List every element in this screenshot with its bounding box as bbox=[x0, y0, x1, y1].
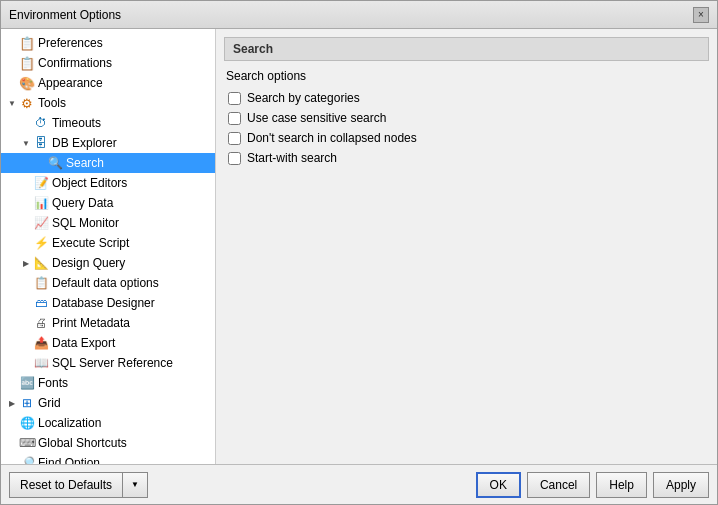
expander-preferences bbox=[5, 36, 19, 50]
window-title: Environment Options bbox=[9, 8, 121, 22]
expander-default-data bbox=[19, 276, 33, 290]
tools-icon: ⚙ bbox=[19, 95, 35, 111]
tree-item-db-explorer[interactable]: ▼ 🗄 DB Explorer bbox=[1, 133, 215, 153]
sql-server-ref-icon: 📖 bbox=[33, 355, 49, 371]
checkbox-case-sensitive[interactable] bbox=[228, 112, 241, 125]
tree-item-design-query[interactable]: ▶ 📐 Design Query bbox=[1, 253, 215, 273]
tree-item-execute-script[interactable]: ⚡ Execute Script bbox=[1, 233, 215, 253]
reset-to-defaults-button[interactable]: Reset to Defaults bbox=[9, 472, 122, 498]
tree-item-appearance[interactable]: 🎨 Appearance bbox=[1, 73, 215, 93]
tree-item-default-data[interactable]: 📋 Default data options bbox=[1, 273, 215, 293]
panel-header: Search bbox=[224, 37, 709, 61]
label-search: Search bbox=[66, 156, 104, 170]
expander-print-meta bbox=[19, 316, 33, 330]
print-meta-icon: 🖨 bbox=[33, 315, 49, 331]
execute-script-icon: ⚡ bbox=[33, 235, 49, 251]
label-search-by-categories[interactable]: Search by categories bbox=[247, 91, 360, 105]
tree-item-search[interactable]: 🔍 Search bbox=[1, 153, 215, 173]
tree-item-data-export[interactable]: 📤 Data Export bbox=[1, 333, 215, 353]
label-execute-script: Execute Script bbox=[52, 236, 129, 250]
label-sql-server-ref: SQL Server Reference bbox=[52, 356, 173, 370]
reset-dropdown-arrow[interactable]: ▼ bbox=[122, 472, 148, 498]
db-explorer-icon: 🗄 bbox=[33, 135, 49, 151]
label-print-meta: Print Metadata bbox=[52, 316, 130, 330]
tree-item-global-shortcuts[interactable]: ⌨ Global Shortcuts bbox=[1, 433, 215, 453]
tree-panel: 📋 Preferences 📋 Confirmations 🎨 Appearan… bbox=[1, 29, 216, 464]
data-export-icon: 📤 bbox=[33, 335, 49, 351]
label-default-data: Default data options bbox=[52, 276, 159, 290]
appearance-icon: 🎨 bbox=[19, 75, 35, 91]
expander-appearance bbox=[5, 76, 19, 90]
checkbox-search-by-categories[interactable] bbox=[228, 92, 241, 105]
dropdown-arrow-icon: ▼ bbox=[131, 480, 139, 489]
label-grid: Grid bbox=[38, 396, 61, 410]
cancel-button[interactable]: Cancel bbox=[527, 472, 590, 498]
option-row-dont-search-collapsed: Don't search in collapsed nodes bbox=[224, 131, 709, 145]
ok-button[interactable]: OK bbox=[476, 472, 521, 498]
tree-item-print-meta[interactable]: 🖨 Print Metadata bbox=[1, 313, 215, 333]
tree-item-find-option[interactable]: 🔎 Find Option bbox=[1, 453, 215, 464]
expander-timeouts bbox=[19, 116, 33, 130]
tree-item-localization[interactable]: 🌐 Localization bbox=[1, 413, 215, 433]
tree-item-tools[interactable]: ▼ ⚙ Tools bbox=[1, 93, 215, 113]
tree-item-timeouts[interactable]: ⏱ Timeouts bbox=[1, 113, 215, 133]
label-preferences: Preferences bbox=[38, 36, 103, 50]
right-panel: Search Search options Search by categori… bbox=[216, 29, 717, 464]
label-find-option: Find Option bbox=[38, 456, 100, 464]
grid-icon: ⊞ bbox=[19, 395, 35, 411]
option-row-start-with-search: Start-with search bbox=[224, 151, 709, 165]
expander-execute-script bbox=[19, 236, 33, 250]
expander-global-shortcuts bbox=[5, 436, 19, 450]
bottom-bar: Reset to Defaults ▼ OK Cancel Help Apply bbox=[1, 464, 717, 504]
label-dont-search-collapsed[interactable]: Don't search in collapsed nodes bbox=[247, 131, 417, 145]
expander-db-explorer: ▼ bbox=[19, 136, 33, 150]
tree-item-query-data[interactable]: 📊 Query Data bbox=[1, 193, 215, 213]
tree-item-confirmations[interactable]: 📋 Confirmations bbox=[1, 53, 215, 73]
expander-fonts bbox=[5, 376, 19, 390]
expander-grid: ▶ bbox=[5, 396, 19, 410]
tree-item-preferences[interactable]: 📋 Preferences bbox=[1, 33, 215, 53]
find-option-icon: 🔎 bbox=[19, 455, 35, 464]
tree-item-grid[interactable]: ▶ ⊞ Grid bbox=[1, 393, 215, 413]
expander-confirmations bbox=[5, 56, 19, 70]
expander-query-data bbox=[19, 196, 33, 210]
expander-object-editors bbox=[19, 176, 33, 190]
label-db-designer: Database Designer bbox=[52, 296, 155, 310]
expander-find-option bbox=[5, 456, 19, 464]
label-global-shortcuts: Global Shortcuts bbox=[38, 436, 127, 450]
help-button[interactable]: Help bbox=[596, 472, 647, 498]
titlebar: Environment Options × bbox=[1, 1, 717, 29]
expander-db-designer bbox=[19, 296, 33, 310]
checkbox-start-with-search[interactable] bbox=[228, 152, 241, 165]
tree-item-sql-monitor[interactable]: 📈 SQL Monitor bbox=[1, 213, 215, 233]
label-tools: Tools bbox=[38, 96, 66, 110]
label-design-query: Design Query bbox=[52, 256, 125, 270]
default-data-icon: 📋 bbox=[33, 275, 49, 291]
label-start-with-search[interactable]: Start-with search bbox=[247, 151, 337, 165]
expander-design-query: ▶ bbox=[19, 256, 33, 270]
label-case-sensitive[interactable]: Use case sensitive search bbox=[247, 111, 386, 125]
label-fonts: Fonts bbox=[38, 376, 68, 390]
tree-item-fonts[interactable]: 🔤 Fonts bbox=[1, 373, 215, 393]
sql-monitor-icon: 📈 bbox=[33, 215, 49, 231]
query-data-icon: 📊 bbox=[33, 195, 49, 211]
apply-button[interactable]: Apply bbox=[653, 472, 709, 498]
label-data-export: Data Export bbox=[52, 336, 115, 350]
expander-search bbox=[33, 156, 47, 170]
close-button[interactable]: × bbox=[693, 7, 709, 23]
tree-item-db-designer[interactable]: 🗃 Database Designer bbox=[1, 293, 215, 313]
tree-item-object-editors[interactable]: 📝 Object Editors bbox=[1, 173, 215, 193]
timeouts-icon: ⏱ bbox=[33, 115, 49, 131]
bottom-right: OK Cancel Help Apply bbox=[476, 472, 709, 498]
environment-options-window: Environment Options × 📋 Preferences 📋 Co… bbox=[0, 0, 718, 505]
fonts-icon: 🔤 bbox=[19, 375, 35, 391]
design-query-icon: 📐 bbox=[33, 255, 49, 271]
main-content: 📋 Preferences 📋 Confirmations 🎨 Appearan… bbox=[1, 29, 717, 464]
expander-localization bbox=[5, 416, 19, 430]
checkbox-dont-search-collapsed[interactable] bbox=[228, 132, 241, 145]
option-row-case-sensitive: Use case sensitive search bbox=[224, 111, 709, 125]
search-tree-icon: 🔍 bbox=[47, 155, 63, 171]
confirmations-icon: 📋 bbox=[19, 55, 35, 71]
tree-item-sql-server-ref[interactable]: 📖 SQL Server Reference bbox=[1, 353, 215, 373]
expander-tools: ▼ bbox=[5, 96, 19, 110]
